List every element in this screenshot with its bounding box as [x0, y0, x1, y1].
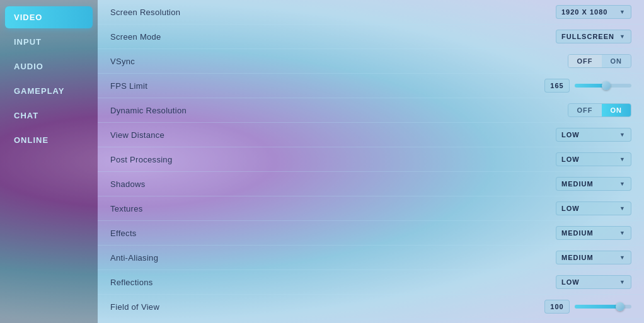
settings-row-anti-aliasing: Anti-AliasingMEDIUM▼: [98, 246, 644, 270]
settings-label-screen-mode: Screen Mode: [110, 32, 556, 42]
settings-label-effects: Effects: [110, 229, 556, 238]
settings-row-view-distance: View DistanceLOW▼: [98, 123, 644, 147]
toggle-dynamic-resolution: OFFON: [568, 103, 632, 117]
settings-label-post-processing: Post Processing: [110, 155, 556, 164]
settings-row-shadows: ShadowsMEDIUM▼: [98, 172, 644, 196]
toggle-on-vsync[interactable]: ON: [602, 55, 631, 67]
settings-label-vsync: VSync: [110, 57, 568, 66]
settings-label-reflections: Reflections: [110, 278, 556, 287]
dropdown-value-post-processing: LOW: [561, 156, 580, 163]
toggle-off-dynamic-resolution[interactable]: OFF: [568, 104, 602, 116]
settings-panel: Screen Resolution1920 X 1080▼Screen Mode…: [98, 0, 644, 323]
dropdown-arrow-icon: ▼: [619, 132, 626, 138]
dropdown-value-view-distance: LOW: [561, 131, 580, 139]
sidebar-item-gameplay[interactable]: GAMEPLAY: [5, 80, 93, 102]
settings-control-shadows: MEDIUM▼: [556, 177, 631, 191]
sidebar-item-online[interactable]: ONLINE: [5, 129, 93, 151]
slider-container-field-of-view: 100: [544, 300, 631, 314]
dropdown-screen-resolution[interactable]: 1920 X 1080▼: [556, 5, 631, 19]
dropdown-screen-mode[interactable]: FULLSCREEN▼: [556, 30, 631, 43]
dropdown-arrow-icon: ▼: [619, 254, 626, 261]
toggle-off-vsync[interactable]: OFF: [568, 55, 602, 67]
dropdown-effects[interactable]: MEDIUM▼: [556, 226, 631, 240]
toggle-on-dynamic-resolution[interactable]: ON: [602, 104, 631, 116]
dropdown-arrow-icon: ▼: [619, 279, 626, 285]
toggle-vsync: OFFON: [568, 54, 632, 68]
slider-thumb-field-of-view[interactable]: [616, 302, 624, 311]
settings-control-reflections: LOW▼: [556, 275, 631, 289]
dropdown-value-shadows: MEDIUM: [561, 180, 594, 188]
slider-track-field-of-view[interactable]: [575, 305, 631, 309]
settings-row-vsync: VSyncOFFON: [98, 49, 644, 74]
slider-fill-field-of-view: [575, 305, 620, 309]
dropdown-arrow-icon: ▼: [619, 156, 626, 162]
dropdown-reflections[interactable]: LOW▼: [556, 275, 631, 289]
settings-label-dynamic-resolution: Dynamic Resolution: [110, 106, 568, 115]
settings-row-post-processing: Post ProcessingLOW▼: [98, 147, 644, 172]
slider-track-fps-limit[interactable]: [575, 84, 631, 88]
settings-control-field-of-view: 100: [544, 300, 631, 314]
dropdown-textures[interactable]: LOW▼: [556, 201, 631, 215]
sidebar-item-input[interactable]: INPUT: [5, 31, 93, 53]
settings-control-post-processing: LOW▼: [556, 152, 631, 166]
settings-label-fps-limit: FPS Limit: [110, 81, 544, 91]
settings-row-fps-limit: FPS Limit165: [98, 74, 644, 98]
settings-label-anti-aliasing: Anti-Aliasing: [110, 253, 556, 263]
slider-value-fps-limit: 165: [544, 79, 570, 93]
sidebar-item-audio[interactable]: AUDIO: [5, 55, 93, 77]
settings-label-textures: Textures: [110, 204, 556, 213]
settings-label-screen-resolution: Screen Resolution: [110, 8, 556, 17]
settings-row-effects: EffectsMEDIUM▼: [98, 221, 644, 246]
sidebar-item-chat[interactable]: CHAT: [5, 105, 93, 127]
dropdown-value-reflections: LOW: [561, 278, 580, 286]
settings-row-textures: TexturesLOW▼: [98, 196, 644, 221]
slider-value-field-of-view: 100: [544, 300, 570, 314]
settings-control-effects: MEDIUM▼: [556, 226, 631, 240]
dropdown-post-processing[interactable]: LOW▼: [556, 152, 631, 166]
settings-row-field-of-view: Field of View100: [98, 295, 644, 319]
dropdown-anti-aliasing[interactable]: MEDIUM▼: [556, 251, 631, 264]
dropdown-value-screen-resolution: 1920 X 1080: [561, 8, 607, 16]
settings-control-view-distance: LOW▼: [556, 128, 631, 142]
settings-row-screen-resolution: Screen Resolution1920 X 1080▼: [98, 0, 644, 25]
settings-row-portal-frame-rate-quality: Portal Frame Rate QualityLOW▼: [98, 319, 644, 323]
dropdown-arrow-icon: ▼: [619, 205, 626, 212]
settings-control-anti-aliasing: MEDIUM▼: [556, 251, 631, 264]
slider-thumb-fps-limit[interactable]: [602, 81, 611, 90]
dropdown-value-textures: LOW: [561, 205, 580, 212]
settings-label-shadows: Shadows: [110, 179, 556, 189]
dropdown-value-screen-mode: FULLSCREEN: [561, 33, 614, 40]
settings-row-screen-mode: Screen ModeFULLSCREEN▼: [98, 25, 644, 49]
settings-control-screen-resolution: 1920 X 1080▼: [556, 5, 631, 19]
dropdown-arrow-icon: ▼: [619, 9, 626, 15]
sidebar-item-video[interactable]: VIDEO: [5, 6, 93, 28]
settings-row-dynamic-resolution: Dynamic ResolutionOFFON: [98, 98, 644, 123]
sidebar: VIDEOINPUTAUDIOGAMEPLAYCHATONLINE: [0, 0, 98, 323]
settings-control-fps-limit: 165: [544, 79, 631, 93]
dropdown-value-anti-aliasing: MEDIUM: [561, 254, 594, 261]
settings-row-reflections: ReflectionsLOW▼: [98, 270, 644, 295]
dropdown-arrow-icon: ▼: [619, 230, 626, 236]
settings-control-vsync: OFFON: [568, 54, 632, 68]
dropdown-view-distance[interactable]: LOW▼: [556, 128, 631, 142]
settings-control-textures: LOW▼: [556, 201, 631, 215]
settings-control-dynamic-resolution: OFFON: [568, 103, 632, 117]
dropdown-shadows[interactable]: MEDIUM▼: [556, 177, 631, 191]
slider-container-fps-limit: 165: [544, 79, 631, 93]
dropdown-arrow-icon: ▼: [619, 33, 626, 40]
settings-label-field-of-view: Field of View: [110, 302, 544, 312]
dropdown-arrow-icon: ▼: [619, 181, 626, 187]
settings-control-screen-mode: FULLSCREEN▼: [556, 30, 631, 43]
dropdown-value-effects: MEDIUM: [561, 229, 594, 237]
settings-label-view-distance: View Distance: [110, 130, 556, 140]
